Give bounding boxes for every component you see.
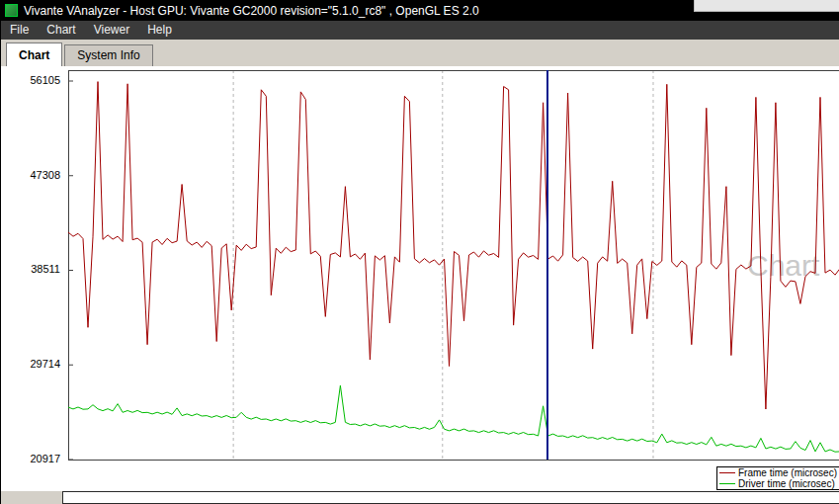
legend-label: Frame time (microsec) <box>738 467 837 478</box>
legend-entry: Frame time (microsec) <box>719 467 837 478</box>
menu-file[interactable]: File <box>1 21 38 40</box>
legend-line-sample <box>719 483 735 484</box>
bottom-strip <box>1 491 839 504</box>
app-window: Vivante VAnalyzer - Host GPU: Vivante GC… <box>0 0 839 504</box>
series-line-driver <box>68 385 839 452</box>
menu-chart[interactable]: Chart <box>38 21 84 40</box>
series-line-frame <box>68 82 839 409</box>
menu-viewer[interactable]: Viewer <box>85 21 138 40</box>
tab-chart[interactable]: Chart <box>6 42 62 66</box>
next-panel-edge <box>62 491 839 504</box>
chart-plot-area[interactable] <box>68 66 839 491</box>
menu-help[interactable]: Help <box>138 21 181 40</box>
legend-entry: Driver time (microsec) <box>719 478 837 489</box>
window-controls-area <box>694 0 839 12</box>
y-tick-label: 29714 <box>1 358 60 370</box>
tab-bar: Chart System Info <box>1 40 839 66</box>
tab-system-info[interactable]: System Info <box>64 44 152 66</box>
window-title: Vivante VAnalyzer - Host GPU: Vivante GC… <box>24 4 479 18</box>
app-icon[interactable] <box>5 4 18 17</box>
legend-label: Driver time (microsec) <box>738 478 835 489</box>
y-tick-label: 38511 <box>1 263 60 275</box>
legend: Frame time (microsec)Driver time (micros… <box>716 466 839 490</box>
chart-panel: 56105 47308 38511 29714 20917 Chart Fram… <box>1 66 839 491</box>
y-tick-label: 20917 <box>1 453 60 464</box>
title-bar: Vivante VAnalyzer - Host GPU: Vivante GC… <box>1 0 839 21</box>
legend-line-sample <box>719 472 735 473</box>
menu-bar: File Chart Viewer Help <box>1 21 839 40</box>
y-tick-label: 47308 <box>1 169 60 181</box>
y-tick-label: 56105 <box>1 74 60 86</box>
